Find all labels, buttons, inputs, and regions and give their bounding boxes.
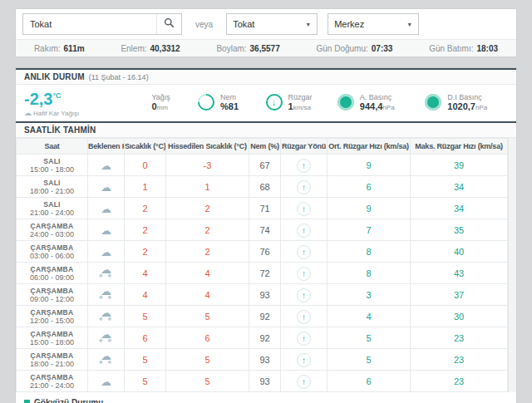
district-select[interactable]: Merkez ▼ <box>328 13 419 35</box>
temperature-cell: 4 <box>125 263 166 284</box>
province-select-value: Tokat <box>233 19 254 29</box>
search-input[interactable] <box>23 14 156 34</box>
avg-wind-cell: 8 <box>328 263 411 284</box>
temperature-cell: 6 <box>125 327 166 349</box>
wind-direction-cell: ↑ <box>281 284 328 306</box>
feels-like-cell: 1 <box>166 176 249 198</box>
hourly-row: ÇARŞAMBA15:00 - 18:00☁❄ ❄6692↑523 <box>17 327 508 349</box>
actual-pressure-value: 944,4hPa <box>360 102 395 112</box>
time-slot-cell: ÇARŞAMBA03:00 - 06:00 <box>17 241 88 263</box>
snow-cloud-icon: ☁❄ ❄ <box>99 266 114 278</box>
temperature-cell: 4 <box>125 284 166 306</box>
hourly-table-header-row: Saat Beklenen Hadise Sıcaklık (°C) Hisse… <box>17 139 508 155</box>
station-selector-card: veya Tokat ▼ Merkez ▼ Rakım:611mEnlem:40… <box>15 8 517 57</box>
feels-like-cell: 4 <box>166 284 249 306</box>
station-info-item: Boylam:36,5577 <box>216 44 279 53</box>
time-slot-cell: ÇARŞAMBA12:00 - 15:00 <box>17 306 88 327</box>
hourly-forecast-header: SAATLİK TAHMİN <box>16 121 516 138</box>
wind-direction-arrow-icon: ↑ <box>297 288 311 302</box>
metric-humidity: Nem %81 <box>198 93 266 111</box>
info-label: Rakım: <box>34 44 61 53</box>
current-conditions-timestamp: (11 Şubat - 16.14) <box>89 73 149 81</box>
legend-bullet-icon <box>24 400 30 403</box>
expected-condition-cell: ☁ <box>88 371 125 392</box>
hourly-row: ÇARŞAMBA18:00 - 21:00☁❄ ❄5593↑523 <box>17 349 508 371</box>
or-label: veya <box>195 20 213 29</box>
expected-condition-cell: ☁❄ ❄ <box>88 263 125 284</box>
hourly-row: ÇARŞAMBA24:00 - 03:00☁2274↑735 <box>17 219 508 241</box>
col-header-feels-like: Hissedilen Sıcaklık (°C) <box>166 139 249 155</box>
station-info-item: Gün Doğumu:07:33 <box>317 44 393 53</box>
feels-like-cell: 5 <box>166 306 249 327</box>
province-select[interactable]: Tokat ▼ <box>226 13 318 35</box>
feels-like-cell: 5 <box>166 371 249 392</box>
max-wind-cell: 23 <box>411 349 508 371</box>
cloud-icon: ☁ <box>101 378 111 386</box>
cloud-icon: ☁ <box>101 227 111 235</box>
humidity-cell: 93 <box>249 349 281 371</box>
wind-direction-arrow-icon: ↑ <box>297 159 311 173</box>
humidity-gauge-icon <box>195 91 218 114</box>
time-slot-cell: SALI15:00 - 18:00 <box>17 155 88 176</box>
expected-condition-cell: ☁ <box>88 219 125 241</box>
wind-direction-cell: ↑ <box>281 241 328 263</box>
chevron-down-icon: ▼ <box>406 22 412 27</box>
col-header-condition: Beklenen Hadise <box>88 139 125 155</box>
search-button[interactable] <box>156 14 181 34</box>
cloud-icon: ☁ <box>101 248 111 257</box>
wind-direction-cell: ↑ <box>281 219 328 241</box>
humidity-cell: 93 <box>249 371 281 392</box>
current-conditions-row: -2,3°C ☁Hafif Kar Yağışı Yağış 0mm Nem %… <box>16 85 516 121</box>
avg-wind-cell: 9 <box>328 198 411 219</box>
current-condition-text: ☁Hafif Kar Yağışı <box>24 109 151 117</box>
pressure-dot-icon <box>337 94 354 111</box>
feels-like-cell: 2 <box>166 241 249 263</box>
time-slot-cell: SALI21:00 - 24:00 <box>17 198 88 219</box>
avg-wind-cell: 6 <box>328 371 411 392</box>
current-conditions-header: ANLIK DURUM (11 Şubat - 16.14) <box>16 68 516 85</box>
time-slot-cell: ÇARŞAMBA06:00 - 09:00 <box>17 263 88 284</box>
district-select-value: Merkez <box>334 19 364 29</box>
humidity-value: %81 <box>220 102 239 111</box>
hourly-row: ÇARŞAMBA03:00 - 06:00☁2276↑840 <box>17 241 508 263</box>
station-info-item: Rakım:611m <box>34 44 85 53</box>
expected-condition-cell: ☁❄ ❄ <box>88 349 125 371</box>
current-temperature-block: -2,3°C ☁Hafif Kar Yağışı <box>24 87 151 117</box>
humidity-cell: 68 <box>249 176 281 198</box>
pressure-dot-icon <box>425 94 441 111</box>
feels-like-cell: 6 <box>166 327 249 349</box>
col-header-temperature: Sıcaklık (°C) <box>125 139 166 155</box>
info-value: 07:33 <box>372 44 393 53</box>
light-snow-icon: ☁ <box>24 109 32 117</box>
wind-direction-cell: ↑ <box>281 327 328 349</box>
cloud-icon: ☁ <box>101 184 111 192</box>
expected-condition-cell: ☁ <box>88 176 125 198</box>
temperature-cell: 5 <box>125 349 166 371</box>
wind-direction-arrow-icon: ↑ <box>297 224 311 238</box>
table-scrollbar[interactable] <box>508 138 516 392</box>
temperature-cell: 0 <box>125 155 166 176</box>
wind-direction-cell: ↑ <box>281 198 328 219</box>
max-wind-cell: 40 <box>411 241 508 263</box>
time-slot-cell: ÇARŞAMBA24:00 - 03:00 <box>17 219 88 241</box>
feels-like-cell: 2 <box>166 198 249 219</box>
search-icon <box>164 17 175 31</box>
humidity-cell: 93 <box>249 284 281 306</box>
metric-actual-pressure: A. Basınç 944,4hPa <box>337 93 425 112</box>
hourly-forecast-table-wrap: Saat Beklenen Hadise Sıcaklık (°C) Hisse… <box>16 138 516 392</box>
avg-wind-cell: 5 <box>328 327 411 349</box>
col-header-time: Saat <box>17 139 88 155</box>
temperature-cell: 1 <box>125 176 166 198</box>
max-wind-cell: 39 <box>411 155 508 176</box>
cloud-icon: ☁ <box>101 205 111 214</box>
info-value: 18:03 <box>476 44 498 53</box>
snow-cloud-icon: ☁❄ ❄ <box>99 288 114 300</box>
feels-like-cell: 5 <box>166 349 249 371</box>
metric-precipitation: Yağış 0mm <box>151 93 198 112</box>
humidity-cell: 72 <box>249 263 281 284</box>
wind-direction-cell: ↑ <box>281 371 328 392</box>
max-wind-cell: 35 <box>411 219 508 241</box>
precipitation-value: 0mm <box>151 102 170 112</box>
snow-cloud-icon: ☁❄ ❄ <box>99 309 114 322</box>
forecast-card: ANLIK DURUM (11 Şubat - 16.14) -2,3°C ☁H… <box>15 67 517 403</box>
